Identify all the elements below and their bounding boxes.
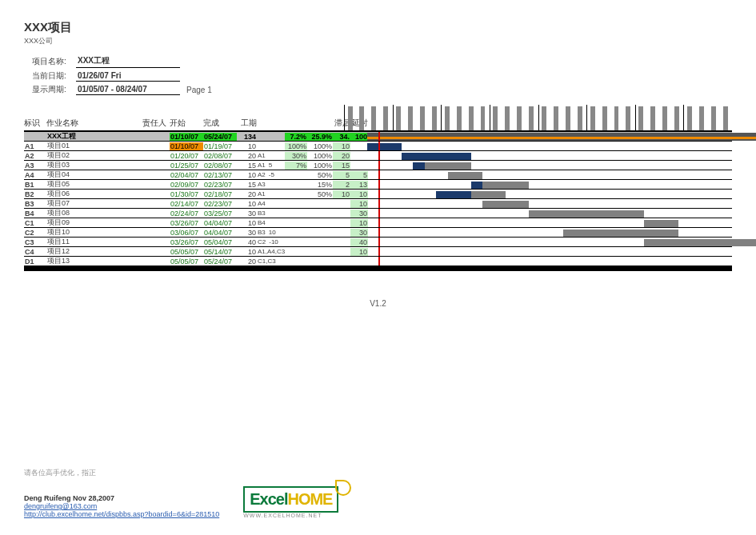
footer-note: 请各位高手优化，指正 bbox=[24, 468, 732, 478]
project-title: XXX项目 bbox=[24, 20, 732, 35]
project-name-value[interactable]: XXX工程 bbox=[76, 54, 180, 68]
today-value[interactable]: 01/26/07 Fri bbox=[76, 70, 180, 82]
task-bar[interactable] bbox=[644, 239, 756, 246]
logo-subtitle: WWW.EXCELHOME.NET bbox=[243, 513, 338, 518]
worm-icon bbox=[335, 480, 351, 496]
logo-text-2: HOME bbox=[287, 490, 332, 508]
col-end: 完成 bbox=[203, 118, 237, 130]
col-res: 责任人 bbox=[142, 118, 170, 130]
col-act bbox=[307, 129, 333, 130]
task-row[interactable]: D1项目1305/05/0705/24/0720C1,C3 bbox=[24, 257, 732, 266]
task-progress bbox=[471, 182, 482, 189]
calendar-header bbox=[344, 105, 732, 132]
task-rows: XXX工程01/10/0705/24/071347.2%25.9%34.100A… bbox=[24, 132, 732, 266]
table-end bbox=[24, 266, 732, 271]
gantt-chart: 标识 作业名称 责任人 开始 完成 工期 滞后 延时 XXX工程01/10/07… bbox=[24, 105, 732, 271]
task-bar[interactable] bbox=[563, 230, 678, 237]
task-bar[interactable] bbox=[448, 172, 482, 179]
today-label: 当前日期: bbox=[32, 70, 76, 82]
version-label: V1.2 bbox=[24, 299, 732, 308]
col-dur: 工期 bbox=[237, 118, 257, 130]
col-name: 作业名称 bbox=[46, 118, 142, 130]
col-dep bbox=[257, 129, 285, 130]
col-start: 开始 bbox=[170, 118, 203, 130]
task-bar[interactable] bbox=[644, 220, 678, 227]
page-indicator: Page 1 bbox=[186, 86, 212, 94]
author-email[interactable]: dengruifeng@163.com bbox=[24, 502, 97, 510]
header: XXX项目 XXX公司 项目名称: XXX工程 当前日期: 01/26/07 F… bbox=[24, 20, 732, 95]
col-id: 标识 bbox=[24, 118, 46, 130]
project-name-label: 项目名称: bbox=[32, 56, 76, 67]
range-label: 显示周期: bbox=[32, 84, 76, 95]
task-bar[interactable] bbox=[529, 210, 644, 218]
task-progress bbox=[436, 191, 470, 198]
forum-link[interactable]: http://club.excelhome.net/dispbbs.asp?bo… bbox=[24, 510, 219, 518]
summary-progress bbox=[367, 137, 756, 139]
excelhome-logo: ExcelHOME WWW.EXCELHOME.NET bbox=[243, 486, 338, 518]
logo-text-1: Excel bbox=[250, 490, 287, 508]
range-value[interactable]: 01/05/07 - 08/24/07 bbox=[76, 84, 180, 95]
task-progress bbox=[402, 153, 470, 160]
task-progress bbox=[367, 143, 402, 150]
company-name: XXX公司 bbox=[24, 36, 732, 46]
task-bar[interactable] bbox=[482, 201, 529, 208]
footer: V1.2 请各位高手优化，指正 Deng Ruifeng Nov 28,2007… bbox=[24, 299, 732, 518]
col-plan bbox=[285, 129, 307, 130]
task-progress bbox=[413, 162, 424, 170]
author-name: Deng Ruifeng Nov 28,2007 bbox=[24, 494, 219, 502]
